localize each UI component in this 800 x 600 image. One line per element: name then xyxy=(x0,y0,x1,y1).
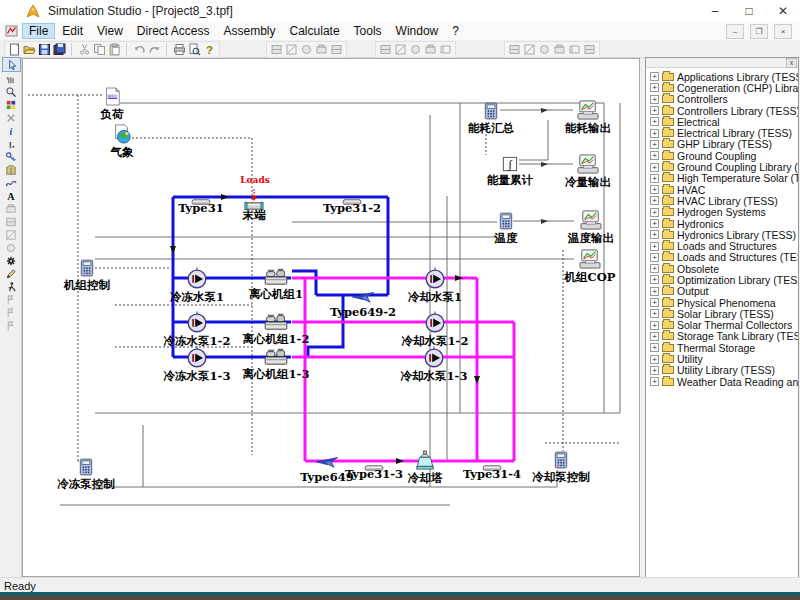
expand-icon[interactable]: + xyxy=(650,366,659,375)
tree-item[interactable]: +Utility Library (TESS) xyxy=(646,365,798,376)
paste-icon[interactable] xyxy=(107,43,122,56)
tree-item[interactable]: +HVAC Library (TESS) xyxy=(646,195,798,206)
tree-item[interactable]: +HVAC xyxy=(646,184,798,195)
tree-item[interactable]: +High Temperature Solar (TESS) xyxy=(646,173,798,184)
expand-icon[interactable]: + xyxy=(650,377,659,386)
minimize-button[interactable]: – xyxy=(698,0,732,22)
expand-icon[interactable]: + xyxy=(650,275,659,284)
tile-4-icon[interactable] xyxy=(2,241,19,254)
mdi-minimize-button[interactable]: – xyxy=(726,24,744,39)
assembly-canvas[interactable]: USER负荷气象Type31末端Type31-2机组控制冷冻水泵1冷冻水泵1-2… xyxy=(22,58,640,577)
flag-1-icon[interactable] xyxy=(2,293,19,306)
save-all-icon[interactable] xyxy=(52,43,67,56)
signature-icon[interactable] xyxy=(438,43,453,56)
expand-icon[interactable]: + xyxy=(650,219,659,228)
fit-page-icon[interactable] xyxy=(314,43,329,56)
expand-icon[interactable]: + xyxy=(650,321,659,330)
key-icon[interactable] xyxy=(2,150,19,163)
cut-icon[interactable] xyxy=(77,43,92,56)
tile-2-icon[interactable] xyxy=(2,215,19,228)
select-icon[interactable] xyxy=(2,57,21,72)
expand-icon[interactable]: + xyxy=(650,264,659,273)
expand-icon[interactable]: + xyxy=(650,163,659,172)
fit-width-icon[interactable] xyxy=(269,43,284,56)
expand-icon[interactable]: + xyxy=(650,140,659,149)
expand-icon[interactable]: + xyxy=(650,309,659,318)
tree-item[interactable]: +Physical Phenomena xyxy=(646,297,798,308)
expand-icon[interactable]: + xyxy=(650,196,659,205)
tile-1-icon[interactable] xyxy=(2,202,19,215)
expand-icon[interactable]: + xyxy=(650,83,659,92)
menu-item-assembly[interactable]: Assembly xyxy=(217,23,283,39)
tree-item[interactable]: +Hydronics Library (TESS) xyxy=(646,229,798,240)
expand-icon[interactable]: + xyxy=(650,208,659,217)
close-button[interactable]: ✕ xyxy=(766,0,800,22)
tree-item[interactable]: +Utility xyxy=(646,353,798,364)
save-icon[interactable] xyxy=(37,43,52,56)
expand-icon[interactable]: + xyxy=(650,253,659,262)
thermometer-icon[interactable] xyxy=(423,43,438,56)
tree-item[interactable]: +Solar Thermal Collectors xyxy=(646,320,798,331)
expand-icon[interactable]: + xyxy=(650,343,659,352)
tree-item[interactable]: +Loads and Structures (TESS) xyxy=(646,252,798,263)
menu-item-calculate[interactable]: Calculate xyxy=(283,23,347,39)
tree-item[interactable]: +Output xyxy=(646,286,798,297)
expand-icon[interactable]: + xyxy=(650,95,659,104)
help-icon[interactable]: ? xyxy=(202,43,217,56)
print-preview-icon[interactable] xyxy=(187,43,202,56)
print-icon[interactable] xyxy=(172,43,187,56)
rotate-icon[interactable] xyxy=(522,43,537,56)
fit-height-icon[interactable] xyxy=(284,43,299,56)
tree-item[interactable]: +Electrical xyxy=(646,116,798,127)
tree-item[interactable]: +Hydronics xyxy=(646,218,798,229)
info-icon[interactable]: i xyxy=(2,124,19,137)
gear-icon[interactable] xyxy=(2,254,19,267)
expand-icon[interactable]: + xyxy=(650,287,659,296)
run-icon[interactable] xyxy=(2,280,19,293)
menu-item-file[interactable]: File xyxy=(22,23,55,39)
tree-item[interactable]: +Weather Data Reading and Process xyxy=(646,376,798,387)
monitor-icon[interactable] xyxy=(582,43,597,56)
tree-item[interactable]: +Hydrogen Systems xyxy=(646,207,798,218)
expand-icon[interactable]: + xyxy=(650,185,659,194)
tree-item[interactable]: +Thermal Storage xyxy=(646,342,798,353)
expand-icon[interactable]: + xyxy=(650,298,659,307)
mdi-restore-button[interactable]: ❐ xyxy=(750,24,768,39)
menu-item-?[interactable]: ? xyxy=(445,23,466,39)
tree-item[interactable]: +GHP Library (TESS) xyxy=(646,139,798,150)
sort-down-icon[interactable] xyxy=(393,43,408,56)
link-icon[interactable] xyxy=(2,176,19,189)
table-icon[interactable] xyxy=(408,43,423,56)
expand-icon[interactable]: + xyxy=(650,72,659,81)
menu-item-tools[interactable]: Tools xyxy=(347,23,389,39)
tree-item[interactable]: +Solar Library (TESS) xyxy=(646,308,798,319)
panel-close-icon[interactable]: x xyxy=(786,58,797,68)
menu-item-edit[interactable]: Edit xyxy=(55,23,90,39)
redo-icon[interactable] xyxy=(147,43,162,56)
expand-icon[interactable]: + xyxy=(650,355,659,364)
expand-icon[interactable]: + xyxy=(650,129,659,138)
new-icon[interactable] xyxy=(7,43,22,56)
parameters-icon[interactable]: ! xyxy=(2,137,19,150)
printer-setup-icon[interactable] xyxy=(552,43,567,56)
open-icon[interactable] xyxy=(22,43,37,56)
document-stack-icon[interactable] xyxy=(537,43,552,56)
flag-3-icon[interactable] xyxy=(2,319,19,332)
menu-item-window[interactable]: Window xyxy=(389,23,446,39)
expand-icon[interactable]: + xyxy=(650,230,659,239)
tile-3-icon[interactable] xyxy=(2,228,19,241)
tile-windows-icon[interactable] xyxy=(329,43,344,56)
tree-item[interactable]: +Ground Coupling xyxy=(646,150,798,161)
delete-icon[interactable] xyxy=(2,111,19,124)
text-icon[interactable]: A xyxy=(2,189,19,202)
tree-item[interactable]: +Storage Tank Library (TESS) xyxy=(646,331,798,342)
hierarchy-icon[interactable] xyxy=(378,43,393,56)
expand-icon[interactable]: + xyxy=(650,332,659,341)
tree-item[interactable]: +Electrical Library (TESS) xyxy=(646,127,798,138)
expand-icon[interactable]: + xyxy=(650,174,659,183)
flag-2-icon[interactable] xyxy=(2,306,19,319)
tree-item[interactable]: +Controllers xyxy=(646,94,798,105)
undo-icon[interactable] xyxy=(132,43,147,56)
menu-item-view[interactable]: View xyxy=(90,23,130,39)
package-icon[interactable] xyxy=(2,163,19,176)
